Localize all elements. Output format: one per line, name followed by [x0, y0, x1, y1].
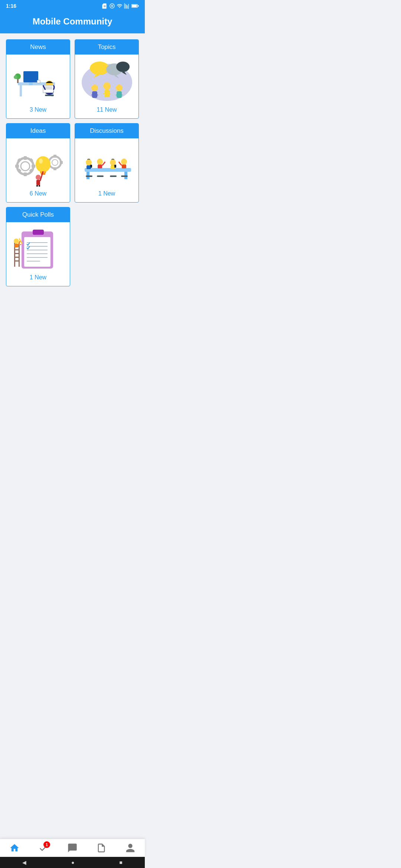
- svg-rect-73: [86, 175, 92, 177]
- app-title: Mobile Community: [33, 16, 113, 26]
- svg-point-28: [116, 85, 123, 91]
- svg-rect-79: [24, 237, 50, 267]
- topics-card-header: Topics: [75, 40, 138, 55]
- discussions-badge: 1 New: [98, 190, 115, 197]
- ideas-badge: 6 New: [30, 190, 46, 197]
- svg-point-33: [21, 162, 30, 171]
- status-time: 1:16: [6, 3, 16, 9]
- svg-point-63: [86, 160, 92, 165]
- svg-rect-45: [53, 167, 56, 170]
- svg-rect-76: [121, 175, 128, 177]
- svg-rect-30: [104, 90, 110, 97]
- svg-point-68: [110, 160, 116, 165]
- news-image: [10, 59, 66, 103]
- svg-rect-6: [23, 71, 38, 82]
- news-card-body: 3 New: [6, 55, 70, 118]
- app-header: Mobile Community: [0, 12, 145, 33]
- news-badge: 3 New: [30, 106, 46, 113]
- quickpolls-badge: 1 New: [30, 274, 46, 281]
- svg-point-49: [39, 158, 43, 164]
- signal-icon: [124, 3, 130, 9]
- svg-rect-54: [36, 185, 38, 187]
- topics-badge: 11 New: [97, 106, 117, 113]
- svg-point-24: [116, 62, 130, 72]
- topics-image: [79, 59, 135, 103]
- discussions-card-body: 1 New: [75, 138, 138, 202]
- wifi-icon: [117, 3, 123, 9]
- svg-rect-14: [45, 95, 54, 96]
- svg-rect-31: [117, 91, 122, 98]
- svg-point-43: [52, 160, 58, 165]
- svg-point-48: [36, 156, 50, 172]
- svg-point-27: [103, 82, 111, 90]
- svg-rect-89: [14, 249, 20, 250]
- svg-point-71: [121, 159, 127, 165]
- svg-point-17: [14, 75, 17, 79]
- svg-rect-70: [114, 165, 116, 168]
- status-bar: 1:16: [0, 0, 145, 12]
- svg-rect-51: [41, 173, 45, 175]
- svg-rect-37: [32, 165, 35, 168]
- svg-rect-2: [138, 5, 139, 7]
- discussions-card[interactable]: Discussions: [75, 123, 139, 203]
- svg-rect-29: [92, 91, 97, 98]
- svg-rect-36: [15, 165, 19, 168]
- status-icons: [102, 3, 139, 9]
- svg-point-66: [97, 159, 103, 165]
- svg-rect-90: [14, 253, 20, 254]
- svg-rect-53: [36, 180, 40, 185]
- svg-rect-92: [14, 260, 20, 262]
- main-content: News: [0, 33, 145, 292]
- ideas-card-body: 6 New: [6, 138, 70, 202]
- news-card[interactable]: News: [6, 39, 70, 119]
- svg-point-42: [49, 157, 61, 168]
- svg-rect-7: [29, 82, 33, 85]
- svg-rect-65: [90, 165, 92, 168]
- discussions-card-header: Discussions: [75, 124, 138, 138]
- discussions-image: [79, 143, 135, 187]
- svg-point-26: [91, 85, 98, 91]
- svg-rect-75: [110, 175, 117, 177]
- svg-marker-96: [20, 244, 21, 246]
- svg-rect-4: [20, 85, 22, 96]
- svg-rect-34: [24, 156, 27, 160]
- svg-rect-78: [33, 230, 44, 235]
- svg-point-52: [36, 175, 41, 180]
- quickpolls-card-header: Quick Polls: [6, 207, 70, 222]
- svg-rect-44: [53, 155, 56, 158]
- topics-card[interactable]: Topics: [75, 39, 139, 119]
- svg-point-93: [14, 239, 19, 244]
- svg-rect-56: [85, 168, 131, 172]
- svg-rect-91: [14, 257, 20, 258]
- svg-rect-94: [14, 244, 18, 247]
- battery-icon: [131, 3, 139, 9]
- quickpolls-image: [10, 227, 66, 271]
- svg-rect-47: [60, 161, 63, 164]
- ideas-image: [10, 143, 66, 187]
- svg-rect-72: [122, 165, 126, 168]
- quickpolls-card-body: 1 New: [6, 222, 70, 286]
- ideas-card[interactable]: Ideas: [6, 123, 70, 203]
- svg-rect-18: [37, 80, 40, 83]
- topics-card-body: 11 New: [75, 55, 138, 118]
- svg-rect-55: [39, 185, 40, 187]
- news-card-header: News: [6, 40, 70, 55]
- sim-icon: [102, 3, 108, 9]
- target-icon: [109, 3, 115, 9]
- svg-point-20: [90, 62, 109, 75]
- svg-rect-74: [97, 175, 104, 177]
- svg-rect-35: [24, 172, 27, 176]
- ideas-card-header: Ideas: [6, 124, 70, 138]
- quickpolls-card[interactable]: Quick Polls: [6, 207, 70, 286]
- svg-rect-1: [132, 5, 137, 7]
- svg-rect-67: [98, 165, 102, 168]
